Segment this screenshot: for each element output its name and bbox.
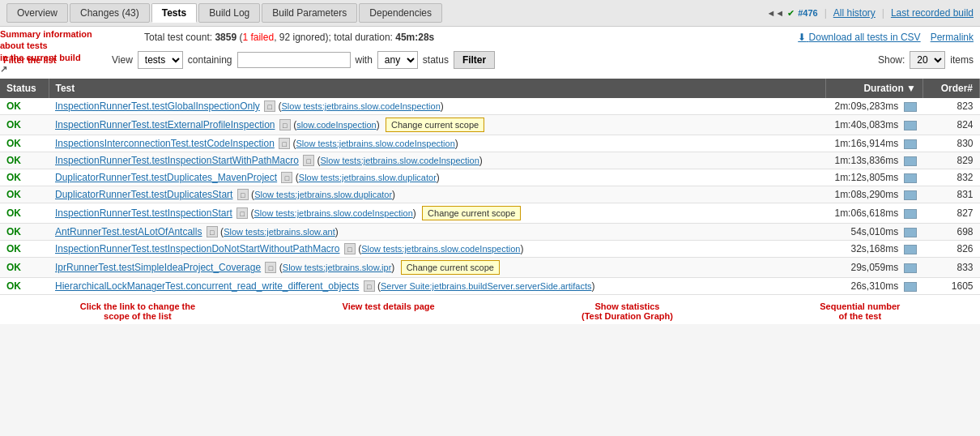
stats-graph-icon[interactable] xyxy=(904,228,917,237)
show-select[interactable]: 20 xyxy=(910,51,945,69)
table-header-row: Status Test Duration ▼ Order# xyxy=(0,79,980,98)
doc-icon[interactable]: □ xyxy=(364,280,375,292)
annotation-seq: Sequential number of the test xyxy=(820,301,900,321)
total-duration: 45m:28s xyxy=(395,32,434,43)
test-link[interactable]: IprRunnerTest.testSimpleIdeaProject_Cove… xyxy=(55,262,261,273)
view-select[interactable]: tests xyxy=(138,51,183,69)
test-link[interactable]: InspectionRunnerTest.testExternalProfile… xyxy=(55,119,275,130)
test-link[interactable]: HierarchicalLockManagerTest.concurrent_r… xyxy=(55,280,359,292)
stats-graph-icon[interactable] xyxy=(904,263,917,273)
order-value: 824 xyxy=(957,119,973,130)
stats-graph-icon[interactable] xyxy=(904,282,917,292)
test-link[interactable]: InspectionRunnerTest.testInspectionStart… xyxy=(55,155,299,166)
stats-graph-icon[interactable] xyxy=(904,121,917,130)
scope-link[interactable]: Slow tests:jetbrains.slow.codeInspection xyxy=(296,139,455,148)
test-cell: HierarchicalLockManagerTest.concurrent_r… xyxy=(49,278,826,295)
test-cell: DuplicatorRunnerTest.testDuplicatesStart… xyxy=(49,186,826,203)
tab-build-parameters[interactable]: Build Parameters xyxy=(262,3,357,23)
test-link[interactable]: AntRunnerTest.testALotOfAntcalls xyxy=(55,226,202,237)
filter-button[interactable]: Filter xyxy=(454,51,495,69)
stats-graph-icon[interactable] xyxy=(904,209,917,219)
doc-icon[interactable]: □ xyxy=(281,172,292,183)
duration-cell: 2m:09s,283ms xyxy=(826,98,923,115)
top-nav-bar: Overview Changes (43) Tests Build Log Bu… xyxy=(0,0,980,27)
test-link[interactable]: InspectionRunnerTest.testInspectionDoNot… xyxy=(55,243,340,254)
download-csv-link[interactable]: ⬇ Download all tests in CSV xyxy=(798,32,920,43)
doc-icon[interactable]: □ xyxy=(279,138,290,149)
scope-link[interactable]: Slow tests:jetbrains.slow.duplicator xyxy=(299,173,437,182)
duration-cell: 26s,310ms xyxy=(826,278,923,295)
permalink-link[interactable]: Permalink xyxy=(931,32,974,43)
tab-tests[interactable]: Tests xyxy=(151,3,197,23)
stats-graph-icon[interactable] xyxy=(904,102,917,112)
scope-link[interactable]: Slow tests:jetbrains.slow.ipr xyxy=(283,263,392,272)
build-number: #476 xyxy=(798,8,817,18)
doc-icon[interactable]: □ xyxy=(279,119,291,130)
duration-cell: 1m:40s,083ms xyxy=(826,115,923,135)
view-label: View xyxy=(112,54,133,66)
total-label: Total test count: xyxy=(144,32,215,43)
summary-content: Total test count: 3859 (1 failed, 92 ign… xyxy=(144,32,974,43)
stats-graph-icon[interactable] xyxy=(904,190,917,200)
tooltip-box: Change current scope xyxy=(422,206,521,220)
doc-icon[interactable]: □ xyxy=(237,189,249,200)
status-ok: OK xyxy=(6,138,21,149)
tab-dependencies[interactable]: Dependencies xyxy=(359,3,442,23)
containing-input[interactable] xyxy=(237,52,351,68)
order-cell: 698 xyxy=(923,224,980,241)
table-row: OK InspectionRunnerTest.testInspectionDo… xyxy=(0,241,980,258)
test-link[interactable]: DuplicatorRunnerTest.testDuplicatesStart xyxy=(55,189,232,200)
tab-changes[interactable]: Changes (43) xyxy=(70,3,150,23)
test-link[interactable]: InspectionRunnerTest.testInspectionStart xyxy=(55,207,232,219)
with-select[interactable]: any xyxy=(377,51,418,69)
status-cell: OK xyxy=(0,278,49,295)
duration-value: 1m:12s,805ms xyxy=(834,172,898,183)
doc-icon[interactable]: □ xyxy=(265,262,276,273)
scope-link[interactable]: Slow tests:jetbrains.slow.ant xyxy=(224,227,335,237)
scope-link[interactable]: Slow tests:jetbrains.slow.codeInspection xyxy=(321,156,479,165)
annotation-scope: Click the link to change the scope of th… xyxy=(80,301,195,321)
last-recorded-link[interactable]: Last recorded build xyxy=(891,7,974,19)
scope-link[interactable]: Slow tests:jetbrains.slow.codeInspection xyxy=(361,244,520,254)
stats-graph-icon[interactable] xyxy=(904,173,917,183)
table-row: OK InspectionsInterconnectionTest.testCo… xyxy=(0,135,980,152)
order-value: 827 xyxy=(957,207,973,219)
stats-graph-icon[interactable] xyxy=(904,139,917,149)
duration-value: 2m:09s,283ms xyxy=(834,100,898,112)
filter-row: Filter the list View tests containing wi… xyxy=(0,48,980,72)
test-cell: InspectionRunnerTest.testInspectionStart… xyxy=(49,152,826,169)
tab-overview[interactable]: Overview xyxy=(6,3,68,23)
scope-link[interactable]: Server Suite:jetbrains.buildServer.serve… xyxy=(381,281,591,291)
test-link[interactable]: DuplicatorRunnerTest.testDuplicates_Mave… xyxy=(55,172,277,183)
test-cell: InspectionRunnerTest.testExternalProfile… xyxy=(49,115,826,135)
scope-link[interactable]: Slow tests:jetbrains.slow.duplicator xyxy=(254,190,392,199)
test-link[interactable]: InspectionsInterconnectionTest.testCodeI… xyxy=(55,138,275,149)
sort-icon[interactable]: ▼ xyxy=(906,83,916,94)
table-row: OK HierarchicalLockManagerTest.concurren… xyxy=(0,278,980,295)
scope-link[interactable]: Slow tests:jetbrains.slow.codeInspection xyxy=(282,101,441,111)
doc-icon[interactable]: □ xyxy=(207,226,218,237)
order-cell: 1605 xyxy=(923,278,980,295)
table-row: OK InspectionRunnerTest.testInspectionSt… xyxy=(0,152,980,169)
status-cell: OK xyxy=(0,152,49,169)
show-label: Show: xyxy=(878,54,905,66)
doc-icon[interactable]: □ xyxy=(303,155,314,166)
status-ok: OK xyxy=(6,189,21,200)
scope-link[interactable]: Slow tests:jetbrains.slow.codeInspection xyxy=(254,208,412,218)
doc-icon[interactable]: □ xyxy=(344,243,356,254)
bottom-annotations: Click the link to change the scope of th… xyxy=(0,295,980,324)
nav-left-arrow[interactable]: ◄◄ xyxy=(766,8,784,18)
containing-label: containing xyxy=(188,54,232,66)
table-row: OK IprRunnerTest.testSimpleIdeaProject_C… xyxy=(0,258,980,278)
scope-link[interactable]: slow.codeInspection xyxy=(296,120,376,130)
order-cell: 830 xyxy=(923,135,980,152)
test-link[interactable]: InspectionRunnerTest.testGlobalInspectio… xyxy=(55,100,260,112)
duration-cell: 1m:06s,618ms xyxy=(826,203,923,224)
all-history-link[interactable]: All history xyxy=(833,7,876,19)
doc-icon[interactable]: □ xyxy=(264,100,275,112)
tab-build-log[interactable]: Build Log xyxy=(198,3,260,23)
status-ok: OK xyxy=(6,207,21,219)
doc-icon[interactable]: □ xyxy=(236,207,248,219)
stats-graph-icon[interactable] xyxy=(904,245,917,254)
stats-graph-icon[interactable] xyxy=(904,156,917,166)
